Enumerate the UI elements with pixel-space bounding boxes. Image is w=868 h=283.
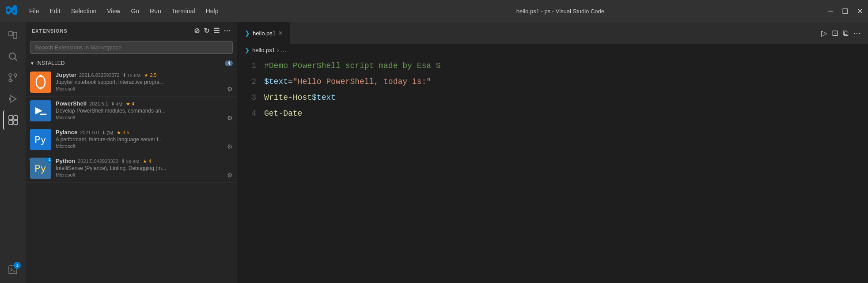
vscode-logo bbox=[5, 4, 18, 18]
terminal-badge: 1 bbox=[14, 262, 21, 269]
python-downloads: ⬇ 36.8M bbox=[121, 158, 140, 164]
svg-text:Py: Py bbox=[34, 163, 46, 174]
code-content[interactable]: #Demo PowerShell script made by Esa S $t… bbox=[264, 56, 862, 283]
svg-point-4 bbox=[9, 74, 11, 76]
explorer-activity-icon[interactable] bbox=[3, 26, 23, 45]
python-details: Python 2021.5.842923320 ⬇ 36.8M ★ 4 Inte… bbox=[56, 158, 227, 177]
menu-selection[interactable]: Selection bbox=[67, 6, 101, 16]
powershell-description: Develop PowerShell modules, commands an.… bbox=[56, 108, 206, 114]
jupyter-name: Jupyter bbox=[56, 72, 76, 78]
svg-point-5 bbox=[14, 74, 17, 76]
python-publisher: Microsoft bbox=[56, 172, 227, 177]
more-icon[interactable]: ⋯ bbox=[224, 26, 231, 35]
python-icon: 1 Py bbox=[30, 158, 51, 179]
installed-chevron: ▼ bbox=[30, 61, 34, 66]
breadcrumb-file[interactable]: hello.ps1 bbox=[252, 47, 275, 53]
python-gear-icon[interactable]: ⚙ bbox=[227, 172, 233, 179]
ps-tab-icon: ❯ bbox=[245, 30, 250, 37]
code-token: #Demo PowerShell script made by Esa S bbox=[264, 58, 441, 74]
more-actions-icon[interactable]: ⋯ bbox=[853, 28, 861, 38]
list-item[interactable]: ★ PowerShell 2021.5.1 ⬇ 4M ★ 4 bbox=[26, 97, 237, 125]
pylance-gear-icon[interactable]: ⚙ bbox=[227, 143, 233, 150]
installed-section-header[interactable]: ▼ INSTALLED 4 bbox=[26, 58, 237, 68]
powershell-publisher: Microsoft bbox=[56, 115, 227, 120]
tab-close-icon[interactable]: ✕ bbox=[278, 30, 283, 36]
refresh-icon[interactable]: ↻ bbox=[204, 26, 210, 35]
minimize-button[interactable]: ─ bbox=[828, 7, 833, 15]
search-input[interactable] bbox=[35, 44, 228, 51]
editor-scrollbar[interactable] bbox=[862, 56, 868, 283]
powershell-gear-icon[interactable]: ⚙ bbox=[227, 114, 233, 121]
sidebar-header: EXTENSIONS ⊘ ↻ ☰ ⋯ bbox=[26, 22, 237, 39]
source-control-activity-icon[interactable] bbox=[3, 68, 23, 87]
pylance-downloads: ⬇ 7M bbox=[102, 130, 113, 136]
editor-tab-hello[interactable]: ❯ hello.ps1 ✕ bbox=[238, 22, 290, 44]
menu-run[interactable]: Run bbox=[145, 6, 166, 16]
pylance-description: A performant, feature-rich language serv… bbox=[56, 136, 206, 143]
filter-icon[interactable]: ⊘ bbox=[194, 26, 200, 35]
menu-file[interactable]: File bbox=[25, 6, 44, 16]
pylance-icon: Py bbox=[30, 129, 51, 150]
menu-view[interactable]: View bbox=[102, 6, 125, 16]
menu-edit[interactable]: Edit bbox=[45, 6, 65, 16]
extensions-search[interactable] bbox=[30, 41, 233, 54]
extensions-activity-icon[interactable] bbox=[3, 110, 23, 130]
jupyter-gear-icon[interactable]: ⚙ bbox=[227, 86, 233, 93]
breadcrumb-ps-icon: ❯ bbox=[245, 47, 250, 53]
code-line-4: Get-Date bbox=[264, 106, 862, 121]
pylance-name: Pylance bbox=[56, 129, 77, 136]
tabs-bar: ❯ hello.ps1 ✕ ▷ ⊡ ⧉ ⋯ bbox=[238, 22, 868, 44]
menu-help[interactable]: Help bbox=[201, 6, 223, 16]
svg-point-17 bbox=[40, 87, 42, 90]
title-bar: File Edit Selection View Go Run Terminal… bbox=[0, 0, 868, 22]
run-file-icon[interactable]: ▷ bbox=[821, 28, 827, 38]
code-token: "Hello PowerShell, today is:" bbox=[293, 74, 431, 90]
svg-text:Py: Py bbox=[34, 134, 46, 145]
python-version: 2021.5.842923320 bbox=[78, 158, 118, 164]
jupyter-version: 2021.6.832593372 bbox=[79, 72, 120, 78]
close-button[interactable]: ✕ bbox=[857, 7, 863, 15]
powershell-star-badge: ★ bbox=[28, 99, 34, 106]
split-editor-icon[interactable]: ⧉ bbox=[843, 29, 849, 38]
terminal-activity-icon[interactable]: 1 bbox=[3, 260, 23, 279]
open-changes-icon[interactable]: ⊡ bbox=[832, 28, 838, 38]
line-numbers: 1 2 3 4 bbox=[238, 56, 264, 283]
list-item[interactable]: Jupyter 2021.6.832593372 ⬇ 15.6M ★ 2.5 J… bbox=[26, 68, 237, 97]
pylance-stars: ★ 3.5 bbox=[117, 130, 129, 136]
breadcrumb-separator: › bbox=[277, 47, 279, 53]
code-token: = bbox=[288, 74, 293, 90]
tab-actions: ▷ ⊡ ⧉ ⋯ bbox=[821, 28, 868, 38]
jupyter-description: Jupyter notebook support, interactive pr… bbox=[56, 79, 206, 85]
editor-area: ❯ hello.ps1 ✕ ▷ ⊡ ⧉ ⋯ ❯ hello.ps1 › … 1 … bbox=[238, 22, 868, 283]
pylance-version: 2021.6.0 bbox=[80, 130, 99, 135]
list-item[interactable]: Py Pylance 2021.6.0 ⬇ 7M ★ 3.5 A perform… bbox=[26, 125, 237, 154]
extensions-sidebar: EXTENSIONS ⊘ ↻ ☰ ⋯ ▼ INSTALLED 4 bbox=[26, 22, 238, 283]
breadcrumb-section: … bbox=[280, 47, 286, 53]
run-debug-activity-icon[interactable] bbox=[3, 89, 23, 109]
svg-rect-9 bbox=[9, 116, 13, 120]
svg-marker-18 bbox=[35, 107, 42, 114]
menu-terminal[interactable]: Terminal bbox=[167, 6, 200, 16]
code-editor[interactable]: 1 2 3 4 #Demo PowerShell script made by … bbox=[238, 56, 868, 283]
maximize-button[interactable]: ☐ bbox=[842, 7, 848, 15]
powershell-version: 2021.5.1 bbox=[89, 101, 108, 106]
svg-rect-8 bbox=[9, 98, 10, 100]
window-title: hello.ps1 - ps - Visual Studio Code bbox=[292, 8, 828, 15]
activity-bar: 1 bbox=[0, 22, 26, 283]
clear-icon[interactable]: ☰ bbox=[213, 26, 220, 35]
tab-filename: hello.ps1 bbox=[253, 30, 276, 37]
search-activity-icon[interactable] bbox=[3, 47, 23, 66]
code-line-3: Write-Host $text bbox=[264, 90, 862, 106]
python-stars: ★ 4 bbox=[143, 158, 151, 164]
breadcrumb: ❯ hello.ps1 › … bbox=[238, 44, 868, 56]
pylance-details: Pylance 2021.6.0 ⬇ 7M ★ 3.5 A performant… bbox=[56, 129, 227, 149]
window-controls: ─ ☐ ✕ bbox=[828, 7, 863, 15]
sidebar-title: EXTENSIONS bbox=[32, 28, 68, 34]
svg-rect-10 bbox=[14, 116, 18, 120]
jupyter-downloads: ⬇ 15.6M bbox=[122, 72, 141, 78]
list-item[interactable]: ★ 1 Py Python 2021.5.842923320 ⬇ 36.8M ★… bbox=[26, 154, 237, 183]
svg-rect-1 bbox=[13, 32, 17, 38]
jupyter-details: Jupyter 2021.6.832593372 ⬇ 15.6M ★ 2.5 J… bbox=[56, 72, 227, 91]
code-line-1: #Demo PowerShell script made by Esa S bbox=[264, 58, 862, 74]
menu-go[interactable]: Go bbox=[126, 6, 144, 16]
